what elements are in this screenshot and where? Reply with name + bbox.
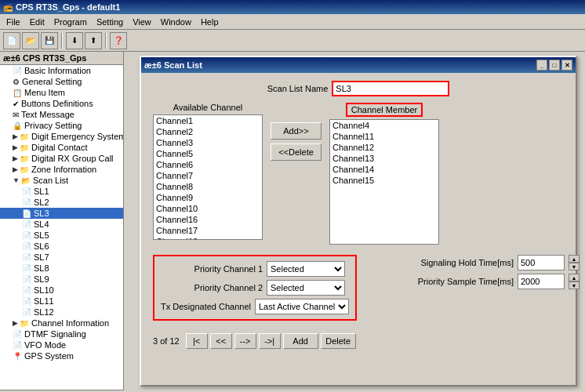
gear-icon: ⚙ bbox=[13, 78, 20, 86]
menu-program[interactable]: Program bbox=[49, 16, 92, 28]
page-info: 3 of 12 bbox=[153, 336, 180, 346]
delete-button[interactable]: <<Delete bbox=[271, 143, 322, 161]
dialog-body: Scan List Name Available Channel Channel… bbox=[141, 73, 576, 385]
tree-item-sl12[interactable]: 📄 SL12 bbox=[0, 307, 123, 318]
tree-item-sl3[interactable]: 📄 SL3 bbox=[0, 208, 123, 219]
list-item[interactable]: Channel17 bbox=[154, 225, 262, 236]
close-button[interactable]: ✕ bbox=[561, 60, 572, 71]
menu-window[interactable]: Window bbox=[156, 16, 196, 28]
minimize-button[interactable]: _ bbox=[536, 60, 547, 71]
add-button[interactable]: Add>> bbox=[271, 122, 322, 140]
open-button[interactable]: 📂 bbox=[22, 32, 39, 49]
list-item[interactable]: Channel10 bbox=[154, 203, 262, 214]
menu-help[interactable]: Help bbox=[196, 16, 223, 28]
next-page-button[interactable]: --> bbox=[234, 333, 256, 349]
tree-item-sl4[interactable]: 📄 SL4 bbox=[0, 219, 123, 230]
tree-item-sl8[interactable]: 📄 SL8 bbox=[0, 263, 123, 274]
tree-item-sl9[interactable]: 📄 SL9 bbox=[0, 274, 123, 285]
tree-item-sl10[interactable]: 📄 SL10 bbox=[0, 285, 123, 296]
doc-icon-sl5: 📄 bbox=[22, 231, 31, 240]
priority1-select[interactable]: Selected Channel1 Channel2 bbox=[267, 261, 345, 277]
tree-item-sl1[interactable]: 📄 SL1 bbox=[0, 186, 123, 197]
list-item[interactable]: Channel6 bbox=[154, 159, 262, 170]
list-item[interactable]: Channel12 bbox=[330, 142, 438, 153]
member-channel-listbox[interactable]: Channel4 Channel11 Channel12 Channel13 C… bbox=[329, 119, 439, 245]
tree-item-vfo[interactable]: 📄 VFO Mode bbox=[0, 339, 123, 350]
first-page-button[interactable]: |< bbox=[186, 333, 208, 349]
priority2-row: Priority Channel 2 Selected Channel1 Cha… bbox=[161, 280, 349, 296]
gps-icon: 📍 bbox=[13, 352, 22, 361]
doc-icon-sl6: 📄 bbox=[22, 242, 31, 251]
write-button[interactable]: ⬆ bbox=[85, 32, 102, 49]
list-item[interactable]: Channel5 bbox=[154, 148, 262, 159]
tree-item-menu-item[interactable]: 📋 Menu Item bbox=[0, 87, 123, 98]
spin-up-btn[interactable]: ▲ bbox=[569, 255, 580, 263]
list-item[interactable]: Channel13 bbox=[330, 153, 438, 164]
menu-setting[interactable]: Setting bbox=[92, 16, 128, 28]
list-item[interactable]: Channel4 bbox=[330, 120, 438, 131]
available-channel-listbox[interactable]: Channel1 Channel2 Channel3 Channel5 Chan… bbox=[153, 114, 263, 240]
app-title: CPS RT3S_Gps - default1 bbox=[16, 2, 120, 12]
tree-item-buttons[interactable]: ✔ Buttons Definitions bbox=[0, 98, 123, 109]
list-item[interactable]: Channel3 bbox=[154, 137, 262, 148]
priority-sample-row: Priority Sample Time[ms] ▲ ▼ bbox=[372, 274, 580, 289]
read-button[interactable]: ⬇ bbox=[66, 32, 83, 49]
tree-item-channel-info[interactable]: ▶ 📁 Channel Information bbox=[0, 318, 123, 328]
maximize-button[interactable]: □ bbox=[549, 60, 560, 71]
priority2-select[interactable]: Selected Channel1 Channel2 bbox=[267, 280, 345, 296]
spin-down-btn2[interactable]: ▼ bbox=[569, 281, 580, 289]
tree-item-text-message[interactable]: ✉ Text Message bbox=[0, 109, 123, 120]
tree-item-basic-info[interactable]: 📄 Basic Information bbox=[0, 65, 123, 76]
list-item[interactable]: Channel11 bbox=[330, 131, 438, 142]
tx-designated-select[interactable]: Last Active Channel Designated Channel bbox=[255, 299, 349, 314]
list-item[interactable]: Channel16 bbox=[154, 214, 262, 225]
signaling-hold-spinner: ▲ ▼ bbox=[569, 255, 580, 270]
list-item[interactable]: Channel1 bbox=[154, 115, 262, 126]
tree-item-sl7[interactable]: 📄 SL7 bbox=[0, 252, 123, 263]
priority-sample-input[interactable] bbox=[518, 274, 565, 289]
list-item[interactable]: Channel9 bbox=[154, 192, 262, 203]
tree-item-digit-emergency[interactable]: ▶ 📁 Digit Emergency System bbox=[0, 131, 123, 142]
tree-item-zone-info[interactable]: ▶ 📁 Zone Information bbox=[0, 164, 123, 175]
tree-item-sl6[interactable]: 📄 SL6 bbox=[0, 241, 123, 252]
last-page-button[interactable]: ->| bbox=[259, 333, 281, 349]
list-item[interactable]: Channel14 bbox=[330, 164, 438, 175]
menu-view[interactable]: View bbox=[128, 16, 156, 28]
tree-item-digital-rx[interactable]: ▶ 📁 Digital RX Group Call bbox=[0, 153, 123, 164]
scan-name-input[interactable] bbox=[332, 81, 449, 96]
dialog-title-buttons: _ □ ✕ bbox=[536, 60, 572, 71]
tree-item-sl11[interactable]: 📄 SL11 bbox=[0, 296, 123, 307]
message-icon: ✉ bbox=[13, 111, 19, 119]
list-item[interactable]: Channel7 bbox=[154, 170, 262, 181]
available-channel-section: Available Channel Channel1 Channel2 Chan… bbox=[153, 103, 263, 240]
prev-page-button[interactable]: << bbox=[210, 333, 232, 349]
pagination-add-button[interactable]: Add bbox=[283, 333, 318, 349]
spin-down-btn[interactable]: ▼ bbox=[569, 263, 580, 270]
tree-item-general-setting[interactable]: ⚙ General Setting bbox=[0, 76, 123, 87]
folder-open-icon: 📂 bbox=[21, 176, 31, 185]
tree-item-scan-list[interactable]: ▼ 📂 Scan List bbox=[0, 175, 123, 186]
signaling-hold-row: Signaling Hold Time[ms] ▲ ▼ bbox=[372, 255, 580, 270]
tree-item-gps[interactable]: 📍 GPS System bbox=[0, 350, 123, 361]
new-button[interactable]: 📄 bbox=[3, 32, 20, 49]
button-icon: ✔ bbox=[13, 100, 19, 108]
save-button[interactable]: 💾 bbox=[41, 32, 58, 49]
menu-edit[interactable]: Edit bbox=[25, 16, 49, 28]
doc-icon-sl1: 📄 bbox=[22, 187, 31, 196]
tree-item-privacy[interactable]: 🔒 Privacy Setting bbox=[0, 120, 123, 131]
tree-item-digital-contact[interactable]: ▶ 📁 Digital Contact bbox=[0, 142, 123, 153]
list-item[interactable]: Channel8 bbox=[154, 181, 262, 192]
expand-icon6: ▶ bbox=[13, 319, 18, 327]
tree-item-sl5[interactable]: 📄 SL5 bbox=[0, 230, 123, 241]
pagination-delete-button[interactable]: Delete bbox=[321, 333, 356, 349]
spin-up-btn2[interactable]: ▲ bbox=[569, 274, 580, 281]
tree-item-sl2[interactable]: 📄 SL2 bbox=[0, 197, 123, 208]
list-item[interactable]: Channel2 bbox=[154, 126, 262, 137]
help-button[interactable]: ❓ bbox=[110, 32, 127, 49]
tree-title: æ±6 CPS RT3S_Gps bbox=[0, 52, 123, 65]
list-item[interactable]: Channel18 bbox=[154, 236, 262, 240]
signaling-hold-input[interactable] bbox=[518, 255, 565, 270]
list-item[interactable]: Channel15 bbox=[330, 175, 438, 186]
menu-file[interactable]: File bbox=[2, 16, 25, 28]
tree-item-dtmf[interactable]: 📄 DTMF Signaling bbox=[0, 328, 123, 339]
